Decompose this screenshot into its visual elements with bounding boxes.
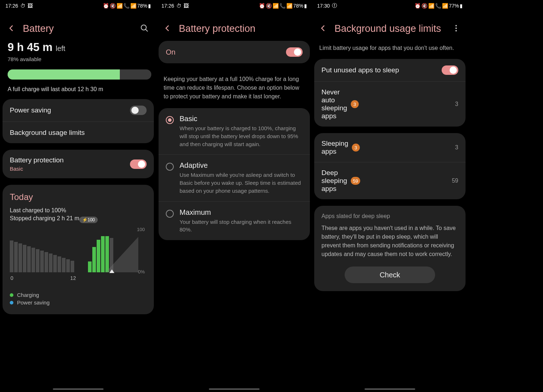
option-adaptive-row[interactable]: Adaptive Use Maximum while you're asleep… [159,154,310,201]
deep-sleeping-label: Deep sleeping apps [321,169,347,193]
image-icon: 🖼 [184,3,189,9]
image-icon: 🖼 [28,3,33,9]
power-saving-toggle[interactable] [130,106,147,115]
back-icon[interactable] [8,24,16,34]
option-adaptive-title: Adaptive [180,161,301,170]
mute-icon: 🔇 [266,3,272,9]
protection-options-card: Basic When your battery is charged to 10… [159,108,310,240]
put-sleep-label: Put unused apps to sleep [321,66,442,74]
battery-protection-sub: Basic [10,166,130,172]
option-basic-title: Basic [180,115,301,123]
chart-bar [18,243,22,272]
put-sleep-toggle[interactable] [442,65,458,75]
radio-adaptive[interactable] [166,163,174,171]
projection-area [106,237,138,272]
home-indicator[interactable] [365,388,415,390]
battery-icon: ▮ [148,3,151,9]
call-icon: 📞 [279,3,286,9]
clock-icon: ⏰ [259,3,265,9]
page-title: Battery [23,23,133,34]
chart-bar [53,255,57,272]
screen-battery-protection: 17:26 ⏱ 🖼 ⏰ 🔇 📶 📞 📶 78% ▮ Battery protec… [156,0,312,392]
search-icon[interactable] [140,24,149,34]
protection-toggle[interactable] [286,47,303,57]
x-axis-12: 12 [70,275,76,281]
full-charge-estimate: A full charge will last about 12 h 30 m [8,86,149,93]
bg-usage-limits-row[interactable]: Background usage limits [3,122,154,143]
chart-bar [31,248,35,272]
status-battery-pct: 78% [137,3,147,9]
y-axis-100: 100 [137,227,145,232]
sleeping-count: 3 [451,144,458,151]
home-indicator[interactable] [209,388,260,390]
radio-basic[interactable] [166,116,174,124]
y-axis-0: 0% [138,269,145,274]
status-time: 17:26 [5,3,18,9]
chart-bar [36,249,39,272]
today-chart: ⚡100 100 0% 0 12 [3,222,154,285]
availability-text: 78% available [8,56,149,62]
battery-progress [8,69,151,80]
status-time: 17:30 [317,3,330,9]
battery-protection-label: Battery protection [10,156,130,164]
home-indicator[interactable] [53,388,104,390]
call-icon: 📞 [435,3,441,9]
sleeping-label: Sleeping apps [321,140,348,155]
chart-bar [27,246,31,272]
svg-point-2 [455,27,457,29]
protection-on-row[interactable]: On [159,41,310,63]
mute-icon: 🔇 [421,3,428,9]
alarm-icon: ⏱ [176,3,181,9]
option-maximum-desc: Your battery will stop charging when it … [180,218,301,234]
today-card[interactable]: Today Last charged to 100% Stopped charg… [3,185,154,314]
check-button[interactable]: Check [345,267,435,283]
header: Background usage limits [312,12,468,41]
chart-bar [10,240,13,272]
mute-icon: 🔇 [110,3,116,9]
protection-description: Keeping your battery at a full 100% char… [156,70,312,108]
chart-bar [14,242,18,272]
option-maximum-row[interactable]: Maximum Your battery will stop charging … [159,201,310,240]
radio-maximum[interactable] [166,210,174,218]
chart-bar [71,261,74,272]
time-remaining-value: 9 h 45 m [8,41,52,54]
chart-bar [66,259,70,272]
svg-point-3 [455,30,457,31]
call-icon: 📞 [123,3,130,9]
header: Battery [0,12,156,41]
back-icon[interactable] [164,24,172,34]
put-sleep-row[interactable]: Put unused apps to sleep [314,59,466,81]
screen-battery: 17:26 ⏱ 🖼 ⏰ 🔇 📶 📞 📶 78% ▮ Battery 9 h 45… [0,0,156,392]
chart-bar [45,252,48,272]
chart-bar [92,247,96,272]
cursor-icon [109,268,114,274]
status-battery-pct: 78% [293,3,303,9]
never-auto-label: Never auto sleeping apps [321,88,347,120]
dot-charging-icon [10,293,13,297]
deep-sleeping-row[interactable]: Deep sleeping apps 59 59 [314,162,466,199]
settings-card-1: Power saving Background usage limits [3,99,154,143]
chart-bars [10,236,113,272]
bg-card-1: Put unused apps to sleep Never auto slee… [314,59,466,127]
never-auto-row[interactable]: Never auto sleeping apps 3 3 [314,81,466,127]
slated-title: Apps slated for deep sleep [314,206,466,224]
power-saving-row[interactable]: Power saving [3,99,154,122]
sleeping-row[interactable]: Sleeping apps 3 3 [314,133,466,162]
option-basic-row[interactable]: Basic When your battery is charged to 10… [159,108,310,154]
battery-protection-row[interactable]: Battery protection Basic [3,150,154,178]
back-icon[interactable] [319,24,327,34]
chart-bar [97,240,100,272]
clock-icon: ⏰ [414,3,421,9]
slated-card: Apps slated for deep sleep These are app… [314,206,466,291]
battery-protection-toggle[interactable] [130,159,147,169]
protection-toggle-card: On [159,41,310,63]
more-icon[interactable] [452,24,460,34]
chart-bar [40,251,44,272]
bg-usage-limits-label: Background usage limits [10,129,147,137]
protection-on-label: On [166,48,286,56]
clock-icon: ⏰ [103,3,109,9]
power-saving-label: Power saving [10,106,130,114]
chart-bar [101,236,105,272]
battery-icon: ▮ [304,3,307,9]
charge-badge: ⚡100 [79,217,98,223]
